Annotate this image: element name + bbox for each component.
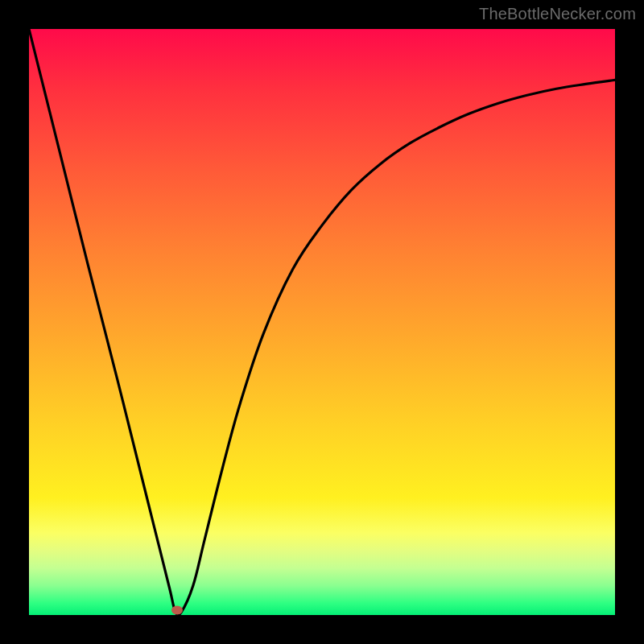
watermark-text: TheBottleNecker.com	[479, 5, 636, 23]
plot-area	[29, 29, 615, 615]
bottleneck-curve	[29, 29, 615, 615]
chart-frame: TheBottleNecker.com	[0, 0, 644, 644]
optimal-marker	[171, 606, 183, 615]
curve-svg	[29, 29, 615, 615]
